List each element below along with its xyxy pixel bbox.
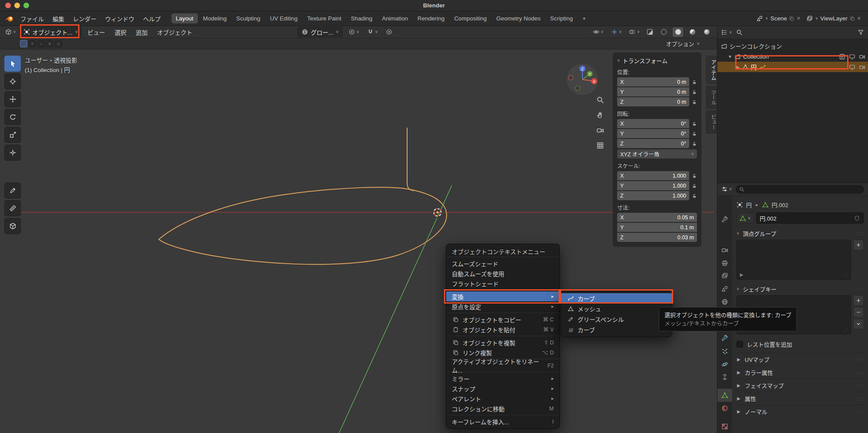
color-attributes-panel-header[interactable]: ▶ カラー属性 :::: [736,366,864,379]
add-cube-tool-button[interactable] [4,218,21,234]
breadcrumb-data-name[interactable]: 円.002 [772,201,788,209]
tab-output[interactable] [717,257,732,270]
filter-icon[interactable] [858,29,864,36]
workspace-tab-geometry-nodes[interactable]: Geometry Nodes [492,13,545,23]
menu-select[interactable]: 選択 [111,28,130,36]
proportional-editing-toggle[interactable] [384,29,394,35]
menu-edit[interactable]: 編集 [49,14,68,23]
vertex-groups-list[interactable]: ▶ ⋰ [736,240,851,280]
menu-render[interactable]: レンダー [69,14,100,23]
select-set-mode-button[interactable] [20,40,27,47]
workspace-tab-modeling[interactable]: Modeling [199,13,231,23]
minimize-window-button[interactable] [14,3,20,8]
lock-icon[interactable] [692,173,697,178]
sidebar-tab-tool[interactable]: ツール [706,86,717,109]
shape-key-specials-button[interactable] [853,319,864,329]
tab-render[interactable] [717,244,732,257]
scale-x-field[interactable]: X1.000 [617,171,689,180]
menu-item-copy-objects[interactable]: オブジェクトをコピー⌘ C [446,314,559,324]
tab-modifiers[interactable] [717,332,732,345]
pan-hand-icon[interactable] [595,110,605,120]
add-vertex-group-button[interactable] [853,240,864,250]
lock-icon[interactable] [692,89,697,95]
menu-item-shade-auto-smooth[interactable]: 自動スムーズを使用 [446,268,559,278]
lock-icon[interactable] [692,183,697,188]
location-x-field[interactable]: X0 m [617,77,689,86]
lock-icon[interactable] [692,193,697,198]
viewport-3d[interactable]: ユーザー・透視投影 (1) Collection | 円 Z Y X [0,50,717,433]
camera-view-icon[interactable] [595,125,605,136]
resize-grip-icon[interactable]: ⋰ [844,273,848,278]
rotate-tool-button[interactable] [4,109,21,125]
shading-material-button[interactable] [687,27,697,37]
new-viewlayer-icon[interactable] [850,16,855,21]
blender-logo-icon[interactable] [4,15,14,22]
menu-help[interactable]: ヘルプ [139,14,165,23]
visibility-dropdown[interactable]: ∨ [591,29,605,35]
workspace-tab-layout[interactable]: Layout [171,13,198,23]
annotate-tool-button[interactable] [4,182,21,198]
face-maps-panel-header[interactable]: ▶ フェイスマップ :::: [736,379,864,392]
tab-tool[interactable] [717,213,732,226]
submenu-item-grease-pencil[interactable]: グリースペンシル [561,314,672,324]
menu-item-mirror[interactable]: ミラー▸ [446,374,559,383]
transform-tool-button[interactable] [4,145,21,161]
panel-grip-icon[interactable]: :::: [857,357,864,362]
collection-checkbox-icon[interactable] [839,53,845,60]
close-window-button[interactable] [5,3,11,8]
location-z-field[interactable]: Z0 m [617,97,689,106]
rotation-mode-dropdown[interactable]: XYZ オイラー角∨ [617,149,697,159]
breadcrumb-object-name[interactable]: 円 [746,201,752,209]
disable-viewport-icon[interactable] [849,64,855,70]
outliner-row-object-circle[interactable]: ▶ 円 [717,62,868,72]
shading-solid-button[interactable] [673,27,683,37]
attributes-panel-header[interactable]: ▶ 属性 :::: [736,392,864,405]
select-extend-mode-button[interactable]: + [29,40,36,47]
menu-window[interactable]: ウィンドウ [101,14,138,23]
tab-object-data[interactable] [717,389,732,402]
search-icon[interactable] [736,29,743,36]
rest-position-checkbox[interactable] [736,341,743,347]
xray-toggle[interactable] [645,29,654,35]
workspace-tab-sculpting[interactable]: Sculpting [232,13,265,23]
menu-item-duplicate-objects[interactable]: オブジェクトを複製⇧ D [446,337,559,347]
workspace-tab-shading[interactable]: Shading [346,13,377,23]
rotation-x-field[interactable]: X0° [617,119,689,128]
remove-viewlayer-icon[interactable]: ✕ [857,16,861,21]
cursor-tool-button[interactable] [4,73,21,89]
specials-arrow-icon[interactable]: ▶ [740,272,743,277]
rotation-y-field[interactable]: Y0° [617,129,689,138]
gizmo-x-axis[interactable]: X [593,79,595,84]
disable-render-camera-icon[interactable] [859,53,865,60]
scene-selector[interactable]: ∨ Scene ✕ [756,15,800,22]
menu-item-shade-flat[interactable]: フラットシェード [446,278,559,288]
workspace-tab-animation[interactable]: Animation [378,13,412,23]
transform-panel-header[interactable]: ∨ トランスフォーム [617,56,697,65]
workspace-tab-compositing[interactable]: Compositing [450,13,491,23]
new-scene-icon[interactable] [789,16,794,21]
menu-item-set-origin[interactable]: 原点を設定▸ [446,301,559,311]
panel-grip-icon[interactable]: :::: [857,383,864,388]
properties-editor-type-button[interactable]: ∨ [721,186,732,192]
expand-arrow-icon[interactable]: ▼ [728,54,732,59]
shading-wireframe-button[interactable] [658,27,669,37]
measure-tool-button[interactable] [4,200,21,216]
dimensions-z-field[interactable]: Z0.03 m [617,233,697,242]
workspace-tab-scripting[interactable]: Scripting [546,13,577,23]
data-id-type-button[interactable]: ∨ [736,212,754,224]
outliner-row-scene-collection[interactable]: シーンコレクション [717,41,868,51]
select-box-tool-button[interactable] [4,56,21,72]
tab-view-layer[interactable] [717,269,732,282]
tab-physics[interactable] [717,358,732,371]
shape-keys-panel-header[interactable]: ∨ シェイプキー :::: [736,283,864,294]
menu-item-paste-objects[interactable]: オブジェクトを貼付⌘ V [446,324,559,334]
panel-grip-icon[interactable]: :::: [857,286,864,291]
tab-material[interactable] [717,402,732,415]
disable-viewport-icon[interactable] [849,53,855,60]
select-invert-mode-button[interactable]: × [46,40,53,47]
lock-icon[interactable] [692,131,697,136]
tool-options-dropdown[interactable]: オプション ∨ [666,40,700,48]
menu-item-snap[interactable]: スナップ▸ [446,383,559,393]
lock-icon[interactable] [692,121,697,126]
object-icon[interactable] [736,202,743,208]
